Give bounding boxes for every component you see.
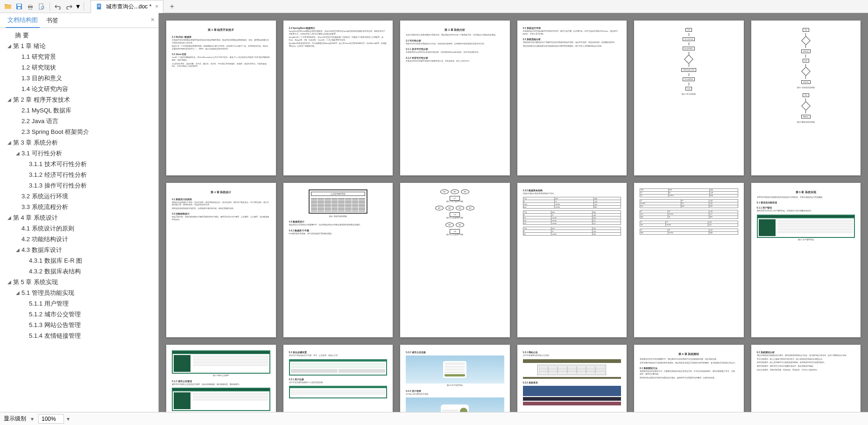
undo-icon[interactable] xyxy=(53,1,63,12)
outline-item[interactable]: 5.1.3 网站公告管理 xyxy=(0,320,158,330)
outline-item[interactable]: 1.2 研究现状 xyxy=(0,62,158,73)
outline-item[interactable]: 3.2 系统运行环境 xyxy=(0,191,158,202)
add-tab-button[interactable]: + xyxy=(166,1,177,12)
outline-item[interactable]: ◢第 4 章 系统设计 xyxy=(0,212,158,223)
outline-item[interactable]: ◢第 5 章 系统实现 xyxy=(0,277,158,287)
outline-toggle-icon[interactable]: ◢ xyxy=(6,43,13,49)
outline-toggle-icon[interactable]: ◢ xyxy=(6,279,13,285)
svg-rect-11 xyxy=(98,7,100,7)
outline-item[interactable]: 5.1.2 城市公交管理 xyxy=(0,309,158,320)
outline-item[interactable]: ◢第 1 章 绪论 xyxy=(0,41,158,51)
outline-item-label: 第 3 章 系统分析 xyxy=(13,139,58,147)
page-thumb[interactable]: 第 2 章 程序开发技术 2.1 MySQL 数据库 本系统开发使用的数据库管理… xyxy=(166,21,276,175)
outline-toggle-icon[interactable]: ◢ xyxy=(14,247,21,252)
toolbar-separator xyxy=(49,2,50,11)
flowchart-diagram: 开始 删除操作 xyxy=(757,91,855,121)
dropdown-icon[interactable]: ▾ xyxy=(75,1,81,12)
document-tab[interactable]: 城市查询公...doc * × xyxy=(91,0,163,13)
level-dropdown-icon[interactable]: ▾ xyxy=(31,416,34,422)
print-icon[interactable] xyxy=(25,1,35,12)
outline-item[interactable]: 5.1.4 友情链接管理 xyxy=(0,330,158,341)
page-thumb[interactable]: 5.2.2 城市公交信息 图5-6 用户信息界面 5.2.3 用户登录 用户输入… xyxy=(400,345,510,412)
er-diagram: 属性属性属性属性 xyxy=(406,204,504,212)
folder-open-icon[interactable] xyxy=(3,1,13,12)
toolbar-separator xyxy=(84,2,84,11)
outline-item-label: 1.2 研究现状 xyxy=(21,63,56,72)
outline-item[interactable]: 3.1.2 经济可行性分析 xyxy=(0,169,158,180)
zoom-dropdown-icon[interactable]: ▾ xyxy=(67,416,70,422)
page-thumb[interactable]: 开始 进入登录界面 输入账号密码 判断信息是否正确 进入功能页面 结束 图3-1… xyxy=(634,21,744,175)
level-label: 显示级别 xyxy=(4,415,26,423)
outline-item[interactable]: 1.3 目的和意义 xyxy=(0,73,158,84)
page-thumb[interactable]: 第 3 章 系统分析 在进行系统开发之前首先要进行系统分析，通过系统分析可以深入… xyxy=(400,21,510,175)
page-thumb[interactable]: 2.3 SpringBoot 框架简介 Spring Boot是由Pivotal… xyxy=(283,21,393,175)
outline-item[interactable]: 4.1 系统设计的原则 xyxy=(0,223,158,234)
sidebar-close-icon[interactable]: × xyxy=(151,16,155,23)
page-thumb[interactable]: 第 4 章 系统设计 4.1 系统设计的原则 系统设计应遵循以下原则：可靠性原则… xyxy=(166,183,276,338)
outline-item[interactable]: 5.1.1 用户管理 xyxy=(0,298,158,309)
save-icon[interactable] xyxy=(14,1,24,12)
page-thumb[interactable]: 开始 添加信息 提交 保存成功 图3-2 添加信息流程图 开始 删除操作 图3-… xyxy=(751,21,861,175)
page-thumb[interactable]: 6.2 系统测试分析 通过对系统各功能模块进行测试，测试结果表明系统运行稳定，各… xyxy=(751,345,861,412)
outline-item[interactable]: 摘 要 xyxy=(0,30,158,41)
page-thumb[interactable]: 字段类型说明idint主键urlvarchar链接 idint主键content… xyxy=(634,183,744,338)
page-thumb[interactable]: 4.3.2 数据库表结构 根据E-R图设计数据库表结构如下所示。 字段类型说明i… xyxy=(517,183,627,338)
outline-item[interactable]: ◢第 3 章 系统分析 xyxy=(0,137,158,148)
outline-item[interactable]: ◢5.1 管理员功能实现 xyxy=(0,287,158,298)
outline-item[interactable]: 2.2 Java 语言 xyxy=(0,116,158,126)
db-table: 字段类型说明idint主键urlvarchar链接 xyxy=(640,188,738,197)
outline-item-label: 2.3 Spring Boot 框架简介 xyxy=(21,128,89,136)
outline-item[interactable]: 1.4 论文研究内容 xyxy=(0,84,158,94)
tab-title: 城市查询公...doc * xyxy=(106,3,151,11)
outline-item[interactable]: 4.2 功能结构设计 xyxy=(0,234,158,244)
outline-item[interactable]: ◢4.3 数据库设计 xyxy=(0,244,158,255)
tab-outline[interactable]: 文档结构图 xyxy=(6,13,40,28)
outline-item-label: 3.3 系统流程分析 xyxy=(21,203,68,211)
outline-toggle-icon[interactable]: ◢ xyxy=(6,97,13,102)
svg-rect-5 xyxy=(29,7,32,9)
outline-item[interactable]: 1.1 研究背景 xyxy=(0,51,158,62)
svg-rect-2 xyxy=(18,7,21,9)
outline-toggle-icon[interactable]: ◢ xyxy=(14,290,21,295)
ui-screenshot xyxy=(757,215,855,238)
zoom-value[interactable]: 100% xyxy=(38,414,64,424)
outline-item-label: 1.4 论文研究内容 xyxy=(21,85,68,93)
zoom-control: 100% ▾ xyxy=(38,414,70,424)
outline-tree[interactable]: 摘 要◢第 1 章 绪论1.1 研究背景1.2 研究现状1.3 目的和意义1.4… xyxy=(0,28,158,412)
outline-toggle-icon[interactable]: ◢ xyxy=(6,140,13,145)
flowchart-diagram: 开始 进入登录界面 输入账号密码 判断信息是否正确 进入功能页面 结束 xyxy=(640,25,738,93)
page-thumb[interactable]: 第 5 章 系统实现 本章将对系统各功能模块的具体实现进行详细阐述，并展示相应的… xyxy=(751,183,861,338)
outline-item[interactable]: 2.3 Spring Boot 框架简介 xyxy=(0,126,158,137)
outline-item[interactable]: 3.1.1 技术可行性分析 xyxy=(0,159,158,169)
page-thumb[interactable]: 5.2 前台步骤设置 前台用户功能包括用户注册、登录、公交查询、查看公告等。 5… xyxy=(283,345,393,412)
outline-toggle-icon[interactable]: ◢ xyxy=(6,215,13,220)
outline-item[interactable]: 3.1.3 操作可行性分析 xyxy=(0,180,158,191)
svg-rect-6 xyxy=(39,4,43,9)
outline-item[interactable]: ◢3.1 可行性分析 xyxy=(0,148,158,159)
page-thumb[interactable]: 第 6 章 系统测试 系统测试是软件开发的重要环节，通过测试可以发现系统中存在的… xyxy=(634,345,744,412)
page-thumb[interactable]: 3.2 系统运行环境 本系统的运行环境包括硬件环境和软件环境。硬件方面需要一台普… xyxy=(517,21,627,175)
er-diagram: 属性属性属性 xyxy=(406,188,504,196)
outline-item[interactable]: 4.3.2 数据库表结构 xyxy=(0,266,158,277)
db-table: idint主键contenttext内容timedate时间 xyxy=(640,199,738,208)
ui-screenshot xyxy=(406,397,504,412)
tab-bookmark[interactable]: 书签 xyxy=(44,14,60,28)
tab-close-icon[interactable]: × xyxy=(155,3,158,10)
page-thumb[interactable]: 属性属性属性 用户 图4-2 用户实体E-R图 属性属性属性属性 公交 图4-3… xyxy=(400,183,510,338)
page-thumb[interactable]: 5.3.1 网站公告 用户可查看网站发布的公告信息。 5.3.2 系统首页 xyxy=(517,345,627,412)
redo-icon[interactable] xyxy=(64,1,74,12)
page-thumb[interactable]: 图5-2 城市公交管理 5.1.2 城市公交管理 管理员可对城市公交信息进行管理… xyxy=(166,345,276,412)
outline-toggle-icon[interactable]: ◢ xyxy=(14,151,21,156)
outline-item-label: 5.1.2 城市公交管理 xyxy=(29,310,81,319)
outline-item[interactable]: 2.1 MySQL 数据库 xyxy=(0,105,158,116)
outline-item-label: 4.2 功能结构设计 xyxy=(21,235,68,244)
outline-item-label: 5.1.3 网站公告管理 xyxy=(29,321,81,329)
outline-item[interactable]: ◢第 2 章 程序开发技术 xyxy=(0,94,158,105)
page-thumbnails-area[interactable]: 第 2 章 程序开发技术 2.1 MySQL 数据库 本系统开发使用的数据库管理… xyxy=(159,13,868,412)
page-thumb[interactable]: 公交查询管理系统 图4-1 系统功能结构图 4.3 数据库设计 数据库设计是系统… xyxy=(283,183,393,338)
outline-item[interactable]: 4.3.1 数据库 E-R 图 xyxy=(0,255,158,266)
preview-icon[interactable] xyxy=(36,1,47,12)
outline-item[interactable]: 3.3 系统流程分析 xyxy=(0,202,158,212)
main-area: 文档结构图 书签 × 摘 要◢第 1 章 绪论1.1 研究背景1.2 研究现状1… xyxy=(0,13,868,412)
outline-item-label: 1.3 目的和意义 xyxy=(21,74,62,83)
